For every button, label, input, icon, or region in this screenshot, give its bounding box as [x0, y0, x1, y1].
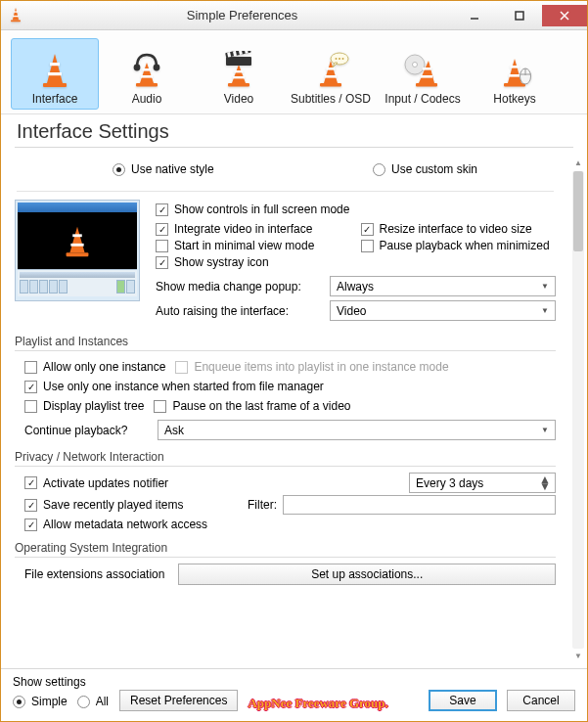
group-playlist-title: Playlist and Instances	[15, 335, 556, 348]
tab-video[interactable]: Video	[195, 38, 283, 110]
svg-rect-26	[320, 83, 341, 87]
spin-updates-interval[interactable]: Every 3 days ▲▼	[409, 473, 556, 493]
chk-start-minimal[interactable]: Start in minimal view mode	[156, 239, 351, 252]
tab-interface[interactable]: Interface	[11, 38, 99, 110]
group-os-title: Operating System Integration	[15, 541, 556, 555]
chk-one-instance[interactable]: Allow only one instance	[24, 360, 165, 374]
window-title: Simple Preferences	[32, 8, 452, 23]
save-button[interactable]: Save	[429, 690, 497, 711]
cone-icon	[32, 51, 77, 90]
chk-pause-last-frame[interactable]: Pause on the last frame of a video	[154, 399, 350, 413]
interface-preview	[15, 200, 140, 301]
svg-rect-1	[13, 15, 19, 16]
svg-rect-12	[136, 83, 158, 87]
chk-enqueue: Enqueue items into playlist in one insta…	[175, 360, 448, 374]
radio-all[interactable]: All	[77, 695, 109, 708]
svg-rect-44	[67, 252, 89, 256]
svg-rect-38	[504, 83, 525, 87]
svg-rect-11	[141, 75, 153, 78]
category-toolbar: Interface Audio Video Subtitles / OSD In…	[1, 30, 587, 114]
scrollbar[interactable]: ▲ ▼	[571, 158, 585, 662]
scroll-up-icon[interactable]: ▲	[572, 158, 584, 169]
mouse-cone-icon	[492, 51, 537, 90]
scroll-down-icon[interactable]: ▼	[572, 651, 584, 662]
radio-custom-skin[interactable]: Use custom skin	[373, 162, 477, 176]
svg-point-13	[134, 65, 141, 71]
svg-rect-0	[14, 11, 18, 12]
titlebar: Simple Preferences	[1, 1, 587, 30]
svg-rect-17	[228, 83, 249, 87]
tab-input-codecs[interactable]: Input / Codecs	[379, 38, 467, 110]
svg-point-14	[154, 65, 160, 71]
tab-label: Audio	[132, 92, 162, 106]
divider	[15, 350, 556, 351]
cancel-button[interactable]: Cancel	[507, 690, 575, 711]
scroll-thumb[interactable]	[573, 171, 583, 251]
svg-rect-25	[325, 75, 337, 78]
radio-label: Use custom skin	[391, 162, 477, 176]
svg-rect-4	[516, 12, 523, 20]
assoc-label: File extensions association	[24, 567, 164, 581]
dropdown-auto-raise[interactable]: Video▼	[330, 300, 556, 321]
chk-pause-minimized[interactable]: Pause playback when minimized	[361, 239, 557, 252]
scroll-track[interactable]	[572, 171, 584, 649]
show-settings-label: Show settings	[13, 675, 109, 689]
chk-save-recent[interactable]: ✓Save recently played items	[24, 498, 230, 512]
reset-preferences-button[interactable]: Reset Preferences	[119, 690, 238, 711]
radio-simple[interactable]: Simple	[13, 695, 68, 708]
maximize-button[interactable]	[497, 5, 542, 26]
svg-point-30	[342, 58, 344, 60]
divider	[17, 191, 554, 192]
close-button[interactable]	[542, 5, 587, 26]
chk-resize-interface[interactable]: ✓Resize interface to video size	[361, 222, 557, 236]
group-privacy-title: Privacy / Network Interaction	[15, 450, 556, 464]
divider	[15, 147, 573, 148]
chk-metadata-access[interactable]: ✓Allow metadata network access	[24, 518, 556, 531]
watermark: AppNee Freeware Group.	[248, 696, 387, 711]
svg-rect-35	[416, 83, 437, 87]
chevron-down-icon: ▼	[541, 426, 549, 434]
svg-rect-43	[70, 244, 83, 247]
setup-associations-button[interactable]: Set up associations...	[178, 564, 556, 585]
chk-systray[interactable]: ✓Show systray icon	[156, 255, 351, 269]
chevron-down-icon: ▼	[541, 306, 549, 315]
divider	[15, 557, 556, 558]
tab-label: Video	[224, 92, 253, 106]
svg-rect-10	[143, 68, 152, 71]
chk-display-tree[interactable]: Display playlist tree	[24, 399, 144, 413]
filter-label: Filter:	[248, 498, 277, 512]
svg-point-29	[339, 58, 340, 60]
chk-updates-notifier[interactable]: ✓Activate updates notifier	[24, 476, 168, 490]
disc-cone-icon	[400, 51, 445, 90]
svg-rect-7	[50, 63, 60, 66]
tab-subtitles[interactable]: Subtitles / OSD	[287, 38, 375, 110]
spin-down-icon[interactable]: ▼	[539, 483, 551, 490]
tab-hotkeys[interactable]: Hotkeys	[471, 38, 559, 110]
tab-label: Input / Codecs	[384, 92, 460, 106]
chk-one-instance-fm[interactable]: ✓Use only one instance when started from…	[24, 380, 556, 393]
chevron-down-icon: ▼	[541, 282, 549, 291]
speech-cone-icon	[308, 51, 353, 90]
dropdown-media-popup[interactable]: Always▼	[330, 276, 556, 296]
svg-rect-36	[511, 66, 520, 68]
chk-show-controls[interactable]: ✓Show controls in full screen mode	[156, 203, 556, 216]
media-popup-label: Show media change popup:	[156, 280, 322, 293]
chk-integrate-video[interactable]: ✓Integrate video in interface	[156, 222, 351, 236]
dropdown-continue-playback[interactable]: Ask▼	[158, 420, 556, 440]
filter-input[interactable]	[283, 495, 556, 515]
radio-native-style[interactable]: Use native style	[113, 162, 214, 176]
tab-label: Subtitles / OSD	[291, 92, 371, 106]
tab-label: Interface	[32, 92, 78, 106]
page-title: Interface Settings	[1, 114, 587, 147]
svg-rect-42	[72, 234, 82, 237]
svg-rect-18	[226, 57, 251, 66]
svg-rect-8	[48, 72, 62, 75]
divider	[15, 466, 556, 467]
headphones-cone-icon	[124, 51, 169, 90]
app-icon	[7, 6, 26, 25]
svg-rect-16	[233, 76, 245, 78]
auto-raise-label: Auto raising the interface:	[156, 304, 322, 318]
minimize-button[interactable]	[452, 5, 497, 26]
tab-label: Hotkeys	[493, 92, 535, 106]
tab-audio[interactable]: Audio	[103, 38, 191, 110]
